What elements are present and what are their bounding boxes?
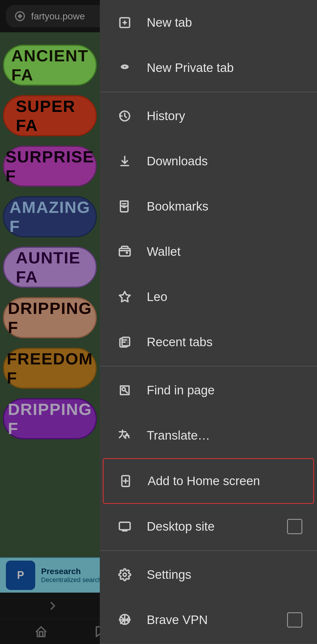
leo-icon — [114, 287, 135, 307]
menu-item-label: Brave VPN — [147, 613, 287, 627]
svg-rect-14 — [119, 248, 130, 256]
menu-divider — [100, 550, 317, 551]
menu-item-translate[interactable]: Translate… — [100, 413, 317, 458]
dropdown-menu: New tab New Private tab History Download… — [100, 0, 317, 644]
menu-item-new-tab[interactable]: New tab — [100, 0, 317, 45]
wallet-icon — [114, 241, 135, 262]
translate-icon — [114, 425, 135, 446]
downloads-icon — [114, 151, 135, 171]
find-in-page-icon — [114, 380, 135, 401]
menu-item-label: Desktop site — [147, 519, 287, 534]
checkbox-brave-vpn[interactable] — [287, 612, 302, 628]
menu-item-label: Recent tabs — [147, 335, 302, 349]
menu-item-downloads[interactable]: Downloads — [100, 139, 317, 184]
add-to-home-icon — [115, 471, 136, 491]
menu-item-find-in-page[interactable]: Find in page — [100, 368, 317, 413]
menu-item-history[interactable]: History — [100, 93, 317, 139]
checkbox-desktop-site[interactable] — [287, 519, 302, 534]
menu-item-desktop-site[interactable]: Desktop site — [100, 504, 317, 549]
menu-item-label: Find in page — [147, 383, 302, 397]
menu-item-settings[interactable]: Settings — [100, 552, 317, 597]
desktop-site-icon — [114, 516, 135, 537]
settings-icon — [114, 564, 135, 585]
menu-item-leo[interactable]: Leo — [100, 274, 317, 320]
new-tab-icon — [114, 12, 135, 33]
svg-rect-19 — [119, 522, 130, 530]
menu-item-label: New tab — [147, 16, 302, 30]
svg-point-20 — [123, 573, 127, 576]
menu-item-label: Downloads — [147, 154, 302, 168]
history-icon — [114, 106, 135, 126]
menu-item-label: New Private tab — [147, 61, 302, 75]
menu-item-label: Add to Home screen — [148, 474, 301, 488]
menu-item-add-to-home[interactable]: Add to Home screen — [104, 459, 313, 503]
menu-item-label: History — [147, 109, 302, 123]
recent-tabs-icon — [114, 332, 135, 352]
menu-divider — [100, 92, 317, 92]
menu-item-recent-tabs[interactable]: Recent tabs — [100, 320, 317, 365]
bookmarks-icon — [114, 196, 135, 217]
menu-item-wallet[interactable]: Wallet — [100, 229, 317, 274]
menu-item-label: Translate… — [147, 428, 302, 443]
menu-item-label: Bookmarks — [147, 199, 302, 213]
brave-vpn-icon — [114, 610, 135, 630]
menu-item-brave-vpn[interactable]: Brave VPN — [100, 597, 317, 643]
menu-item-label: Settings — [147, 568, 302, 582]
svg-point-17 — [122, 388, 125, 391]
private-tab-icon — [114, 58, 135, 78]
menu-item-bookmarks[interactable]: Bookmarks — [100, 184, 317, 229]
menu-item-add-to-home-wrapper[interactable]: Add to Home screen — [103, 458, 314, 504]
menu-item-label: Leo — [147, 290, 302, 304]
menu-item-new-private-tab[interactable]: New Private tab — [100, 45, 317, 90]
menu-divider — [100, 366, 317, 366]
menu-item-label: Wallet — [147, 245, 302, 259]
